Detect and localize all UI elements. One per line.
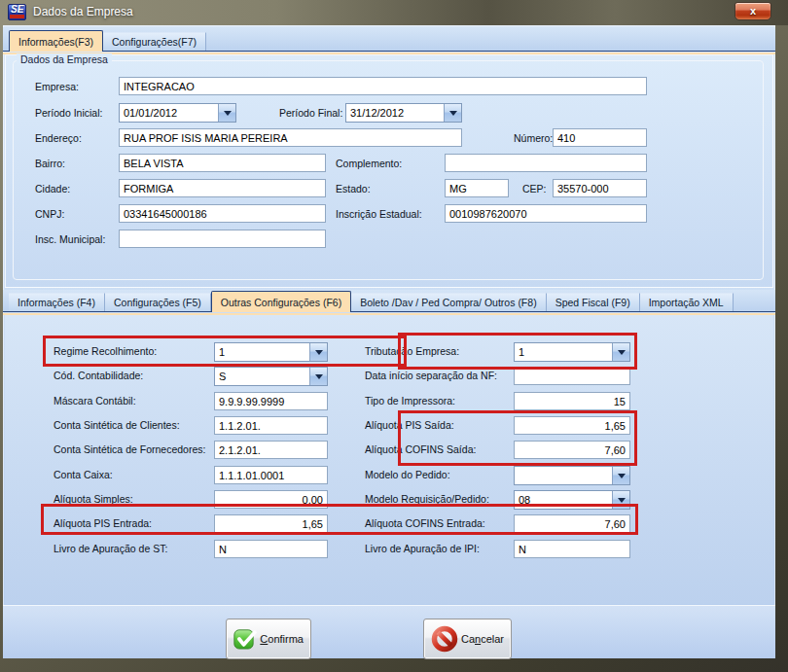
aliquota-cofins-saida-field[interactable]: [514, 441, 630, 459]
empresa-label: Empresa:: [35, 81, 79, 92]
cancel-button[interactable]: Cancelar: [423, 619, 512, 659]
periodo-final-value: 31/12/2012: [346, 104, 444, 122]
tab-informacoes-f3[interactable]: Informações(F3): [9, 30, 103, 52]
regime-recolhimento-value: 1: [215, 343, 309, 361]
insc-municipal-label: Insc. Municipal:: [35, 233, 105, 245]
complemento-field[interactable]: [445, 154, 647, 172]
outras-configuracoes-page: [5, 315, 773, 604]
cep-field[interactable]: [553, 179, 647, 197]
aliquota-cofins-entrada-field[interactable]: [514, 514, 630, 533]
tab-configuracoes-f5[interactable]: Configurações (F5): [105, 293, 211, 311]
periodo-inicial-combo[interactable]: 01/01/2012: [119, 103, 236, 123]
window-title: Dados da Empresa: [33, 5, 133, 18]
cancel-button-label: Cancelar: [461, 633, 504, 645]
app-icon-redbar: [10, 15, 24, 18]
data-inicio-separacao-nf-label: Data início separação da NF:: [365, 370, 497, 381]
periodo-inicial-value: 01/01/2012: [120, 104, 218, 122]
aliquota-simples-field[interactable]: [214, 490, 328, 509]
cod-contabilidade-combo[interactable]: S: [214, 367, 328, 386]
no-entry-icon: [431, 624, 458, 654]
button-panel: Confirma Cancelar: [3, 605, 775, 658]
aliquota-cofins-entrada-label: Alíquota COFINS Entrada:: [365, 517, 485, 529]
tipo-impressora-field[interactable]: [514, 392, 630, 410]
mascara-contabil-field[interactable]: [214, 392, 328, 410]
tributacao-empresa-combo[interactable]: 1: [514, 342, 630, 362]
titlebar[interactable]: SE Dados da Empresa x: [0, 0, 788, 25]
tributacao-empresa-label: Tributação Empresa:: [365, 345, 459, 357]
cod-contabilidade-value: S: [215, 368, 309, 385]
chevron-down-icon[interactable]: [612, 467, 629, 484]
regime-recolhimento-combo[interactable]: 1: [214, 342, 328, 362]
numero-field[interactable]: [553, 128, 647, 147]
tab-outras-configuracoes-f6[interactable]: Outras Configurações (F6): [211, 291, 351, 312]
conta-caixa-label: Conta Caixa:: [54, 469, 113, 480]
inscricao-estadual-field[interactable]: [445, 204, 647, 223]
endereco-label: Endereço:: [35, 132, 82, 144]
cidade-field[interactable]: [119, 179, 326, 197]
periodo-final-label: Período Final:: [279, 107, 342, 119]
close-icon: x: [750, 5, 756, 17]
check-icon: [233, 625, 257, 653]
periodo-inicial-label: Período Inicial:: [35, 107, 102, 119]
close-button[interactable]: x: [734, 2, 771, 20]
chevron-down-icon[interactable]: [444, 104, 461, 122]
cnpj-field[interactable]: [119, 204, 326, 223]
livro-apuracao-st-field[interactable]: [214, 540, 328, 558]
bairro-label: Bairro:: [35, 158, 65, 169]
modelo-requisicao-pedido-value: 08: [515, 491, 612, 509]
company-groupbox-legend: Dados da Empresa: [17, 53, 112, 65]
mascara-contabil-label: Máscara Contábil:: [54, 395, 136, 407]
conta-sintetica-fornecedores-field[interactable]: [214, 441, 328, 459]
tab-boleto-dav-ped-compra-outros-f8[interactable]: Boleto /Dav / Ped Compra/ Outros (F8): [351, 293, 546, 311]
periodo-final-combo[interactable]: 31/12/2012: [345, 103, 462, 123]
cod-contabilidade-label: Cód. Contabilidade:: [54, 370, 143, 381]
chevron-down-icon[interactable]: [612, 491, 629, 509]
confirm-button-label: Confirma: [260, 633, 304, 645]
modelo-requisicao-pedido-combo[interactable]: 08: [514, 490, 630, 510]
endereco-field[interactable]: [119, 128, 462, 147]
complemento-label: Complemento:: [336, 158, 402, 169]
conta-sintetica-fornecedores-label: Conta Sintética de Fornecedores:: [54, 443, 205, 455]
empresa-field[interactable]: [119, 77, 647, 95]
livro-apuracao-st-label: Livro de Apuração de ST:: [54, 543, 167, 554]
livro-apuracao-ipi-label: Livro de Apuração de IPI:: [365, 543, 480, 554]
aliquota-pis-saida-field[interactable]: [514, 416, 630, 435]
estado-field[interactable]: [445, 179, 509, 197]
conta-sintetica-clientes-field[interactable]: [214, 416, 328, 435]
modelo-pedido-value: [515, 467, 612, 484]
config-tabstrip: Informações (F4) Configurações (F5) Outr…: [3, 290, 775, 312]
conta-sintetica-clientes-label: Conta Sintética de Clientes:: [54, 419, 180, 431]
regime-recolhimento-label: Regime Recolhimento:: [54, 345, 157, 357]
data-inicio-separacao-nf-field[interactable]: [514, 367, 630, 385]
livro-apuracao-ipi-field[interactable]: [514, 540, 630, 558]
estado-label: Estado:: [336, 183, 371, 195]
cidade-label: Cidade:: [35, 183, 70, 195]
app-icon-text: SE: [11, 4, 23, 15]
chevron-down-icon[interactable]: [612, 343, 629, 361]
insc-municipal-field[interactable]: [119, 230, 326, 248]
modelo-pedido-label: Modelo do Pedido:: [365, 469, 450, 480]
numero-label: Número:: [514, 132, 553, 144]
aliquota-pis-entrada-field[interactable]: [214, 514, 328, 533]
cnpj-label: CNPJ:: [35, 208, 64, 220]
tab-configuracoes-f7[interactable]: Configurações(F7): [103, 32, 206, 51]
tipo-impressora-label: Tipo de Impressora:: [365, 395, 455, 407]
main-tabstrip: Informações(F3) Configurações(F7): [3, 27, 775, 52]
chevron-down-icon[interactable]: [218, 104, 235, 122]
modelo-pedido-combo[interactable]: [514, 466, 630, 485]
aliquota-pis-entrada-label: Alíquota PIS Entrada:: [54, 517, 152, 529]
chevron-down-icon[interactable]: [309, 343, 327, 361]
tab-sped-fiscal-f9[interactable]: Sped Fiscal (F9): [547, 293, 640, 311]
aliquota-simples-label: Alíquota Simples:: [54, 493, 133, 505]
aliquota-pis-saida-label: Alíquota PIS Saída:: [365, 419, 454, 431]
chevron-down-icon[interactable]: [309, 368, 327, 385]
bairro-field[interactable]: [119, 154, 326, 172]
tab-importacao-xml[interactable]: Importação XML: [640, 293, 734, 311]
dialog-window: SE Dados da Empresa x Informações(F3) Co…: [0, 0, 788, 672]
confirm-button[interactable]: Confirma: [226, 619, 311, 659]
tributacao-empresa-value: 1: [515, 343, 612, 361]
app-icon: SE: [8, 4, 26, 20]
conta-caixa-field[interactable]: [214, 466, 328, 484]
tab-informacoes-f4[interactable]: Informações (F4): [9, 293, 105, 311]
modelo-requisicao-pedido-label: Modelo Requisição/Pedido:: [365, 493, 489, 505]
